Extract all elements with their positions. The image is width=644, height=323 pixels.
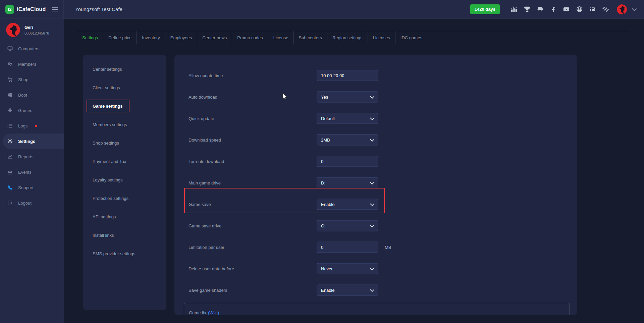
settings-nav-label: Game settings [93,104,123,109]
trophy-icon[interactable] [523,6,531,13]
users-icon [7,61,13,67]
sidebar-item-label: Support [18,185,34,190]
field-value: 2MB [321,138,330,143]
tab-employees[interactable]: Employees [165,31,197,44]
chevron-down-icon[interactable] [632,6,637,11]
sidebar-item-logout[interactable]: Logout [0,195,64,211]
settings-nav-protection-settings[interactable]: Protection settings [83,189,166,208]
tab-idc-games[interactable]: IDC games [395,31,427,44]
ranking-icon[interactable] [510,6,518,13]
text-input-torrents-download[interactable]: 0 [317,156,378,167]
settings-nav-sms-provider-settings[interactable]: SMS provider settings [83,245,166,263]
sidebar-item-label: Computers [18,46,40,51]
tab-define-price[interactable]: Define price [103,31,137,44]
topbar-icon-row [510,6,609,13]
select-download-speed[interactable]: 2MB [317,134,378,146]
crown-icon [7,169,13,175]
settings-nav-api-settings[interactable]: API settings [83,208,166,226]
sidebar-item-logs[interactable]: Logs [0,118,64,133]
gamepad-icon [7,107,13,113]
select-delete-user-data-before[interactable]: Never [317,263,378,274]
sidebar-item-settings[interactable]: Settings [3,133,64,149]
icafecloud-logo-icon[interactable]: i2 [5,5,14,14]
gear-icon [7,138,13,144]
field-label: Delete user data before [189,266,234,271]
chevron-down-icon [370,94,374,99]
chevron-down-icon [370,180,374,184]
tab-sub-centers[interactable]: Sub centers [293,31,327,44]
avatar[interactable] [6,23,20,37]
tab-settings[interactable]: Settings [77,31,103,44]
settings-nav-payment-and-tax[interactable]: Payment and Tax [83,152,166,171]
settings-nav-label: Protection settings [93,196,128,201]
sidebar-item-events[interactable]: Events [0,164,64,180]
field-value: D: [321,180,325,185]
field-value: 0 [321,159,323,164]
sidebar-item-reports[interactable]: Reports [0,149,64,164]
avatar[interactable] [617,4,627,14]
text-input-limitation-per-user[interactable]: 0 [317,242,378,253]
text-input-allow-update-time[interactable]: 10:00-20:00 [317,70,378,81]
field-value: Never [321,266,333,271]
icafecloud-icon[interactable] [589,6,596,13]
settings-nav-center-settings[interactable]: Center settings [83,60,166,78]
select-game-save[interactable]: Enable [317,199,378,210]
top-bar: i2 iCafeCloud Youngzsoft Test Cafe 1420 … [0,0,644,19]
field-label: Auto download [189,95,217,100]
form-row-game-save-drive: Game save driveC: [174,215,577,236]
tab-promo-codes[interactable]: Promo codes [232,31,268,44]
sidebar-item-label: Logout [18,201,32,206]
sidebar-item-members[interactable]: Members [0,56,64,72]
globe-icon[interactable] [576,6,583,13]
settings-nav-loyalty-settings[interactable]: Loyalty settings [83,171,166,189]
settings-nav-game-settings[interactable]: Game settings [83,97,166,115]
layers-icon[interactable] [602,6,609,13]
facebook-icon[interactable] [549,6,557,13]
tab-center-news[interactable]: Center news [197,31,232,44]
discord-icon[interactable] [536,6,544,13]
field-label: Main game drive [189,180,221,185]
sidebar-item-label: Shop [18,77,28,82]
field-value: Default [321,116,335,121]
game-settings-form-panel: Allow update time10:00-20:00Auto downloa… [174,55,577,315]
tab-inventory[interactable]: Inventory [137,31,165,44]
sidebar-item-shop[interactable]: Shop [0,72,64,87]
phone-icon [7,184,13,191]
settings-nav-install-links[interactable]: Install links [83,226,166,245]
days-badge[interactable]: 1420 days [470,4,500,14]
sidebar-item-computers[interactable]: Computers [0,41,64,56]
select-auto-download[interactable]: Yes [317,92,378,103]
tab-licenses[interactable]: Licenses [368,31,395,44]
tab-region-settings[interactable]: Region settings [327,31,368,44]
select-main-game-drive[interactable]: D: [317,177,378,189]
settings-nav-label: Shop settings [93,141,119,146]
settings-nav-label: Center settings [93,67,122,72]
wiki-link[interactable]: (Wiki) [208,310,219,315]
select-quick-update[interactable]: Default [317,113,378,124]
user-id: 008612345678 [24,31,49,35]
tab-license[interactable]: License [268,31,293,44]
settings-nav-members-settings[interactable]: Members settings [83,115,166,134]
sidebar-item-boot[interactable]: Boot [0,87,64,103]
field-label: Save game shaders [189,288,227,293]
settings-nav-client-settings[interactable]: Client settings [83,78,166,97]
select-save-game-shaders[interactable]: Enable [317,285,378,296]
sidebar-item-games[interactable]: Games [0,103,64,118]
sidebar-item-label: Members [18,62,36,67]
select-game-save-drive[interactable]: C: [317,220,378,231]
chart-icon [7,154,13,160]
chevron-down-icon [370,202,374,206]
chevron-down-icon [370,116,374,120]
hamburger-menu-icon[interactable] [52,7,58,11]
windows-icon [7,92,13,98]
list-icon [7,123,13,129]
game-fix-section: Game fix(Wiki) [184,303,570,315]
chevron-down-icon [370,137,374,142]
field-value: 10:00-20:00 [321,73,344,78]
settings-nav-shop-settings[interactable]: Shop settings [83,134,166,152]
sidebar-item-support[interactable]: Support [0,180,64,195]
field-value: Enable [321,202,334,207]
field-label: Allow update time [189,73,223,78]
brand-name: iCafeCloud [17,6,46,12]
youtube-icon[interactable] [562,6,570,13]
